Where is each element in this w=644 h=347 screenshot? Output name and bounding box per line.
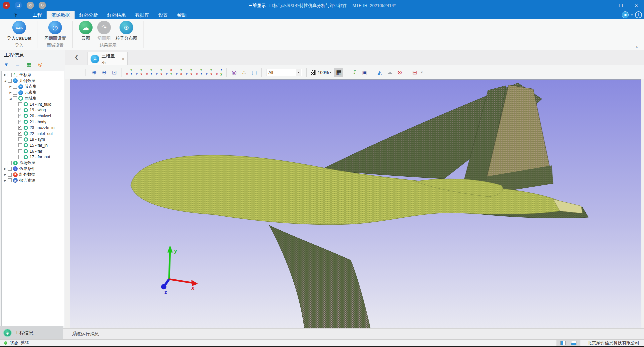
- locate-icon[interactable]: ◎: [37, 61, 44, 68]
- particle-trace-icon[interactable]: ∴: [240, 69, 248, 76]
- tree-row[interactable]: ▶✱红外数据: [2, 172, 64, 178]
- view-right-icon[interactable]: Yzx: [156, 69, 163, 76]
- menu-item-红外结果[interactable]: 红外结果: [103, 11, 131, 19]
- menu-item-流场数据[interactable]: 流场数据: [47, 11, 75, 19]
- ribbon-collapse-icon[interactable]: ∧: [636, 45, 638, 49]
- pause-icon[interactable]: ‖: [635, 11, 642, 18]
- tree-row[interactable]: ◢△几何数据: [2, 78, 64, 84]
- window-split-icon[interactable]: ▣: [622, 11, 629, 18]
- zoom-in-icon[interactable]: ⊕: [90, 69, 99, 76]
- tree-checkbox[interactable]: [18, 108, 22, 112]
- display-filter-select[interactable]: All▼: [266, 69, 302, 76]
- tree-checkbox[interactable]: [8, 173, 12, 177]
- expander-icon[interactable]: ◢: [8, 97, 13, 100]
- expander-icon[interactable]: ▶: [3, 173, 7, 176]
- tree-row[interactable]: 14 - int_fluid: [2, 101, 64, 107]
- outline-icon[interactable]: ≣: [14, 61, 21, 68]
- tab-scroll-left-icon[interactable]: ❮: [75, 54, 79, 60]
- particle-distribution-button[interactable]: ⊛粒子分布图: [116, 21, 137, 43]
- filter-icon[interactable]: ▼: [3, 61, 10, 68]
- tab-close-icon[interactable]: ×: [122, 56, 125, 62]
- view-iso1-icon[interactable]: Yzx: [185, 69, 193, 76]
- dropdown-caret-icon[interactable]: ▾: [631, 13, 633, 17]
- clear-icon[interactable]: ⊗: [395, 69, 404, 76]
- tree-checkbox[interactable]: [13, 96, 17, 100]
- tree-checkbox[interactable]: [18, 102, 22, 106]
- zoom-level-control[interactable]: 100%▾: [311, 70, 331, 75]
- tree-row[interactable]: 17 - far_out: [2, 154, 64, 160]
- camera-icon[interactable]: ◎: [230, 69, 238, 76]
- tree-row[interactable]: 19 - wing: [2, 107, 64, 113]
- mirror-icon[interactable]: ◭: [375, 69, 384, 76]
- menu-item-设置[interactable]: 设置: [154, 11, 172, 19]
- expander-icon[interactable]: ▶: [3, 179, 7, 182]
- minimize-button[interactable]: —: [598, 0, 613, 11]
- zoom-out-icon[interactable]: ⊖: [100, 69, 109, 76]
- zoom-caret-icon[interactable]: ▾: [330, 71, 331, 74]
- expander-icon[interactable]: ▶: [3, 73, 7, 76]
- view-left-icon[interactable]: Yxz: [146, 69, 153, 76]
- tree-row[interactable]: 23 - nozzle_in: [2, 125, 64, 131]
- tree-checkbox[interactable]: [18, 126, 22, 130]
- tree-row[interactable]: ▶▣报告资源: [2, 178, 64, 184]
- expander-icon[interactable]: ▶: [8, 91, 13, 94]
- close-button[interactable]: ✕: [629, 0, 644, 11]
- expander-icon[interactable]: ▶: [8, 85, 13, 88]
- tree-row[interactable]: ▶◌元素集: [2, 90, 64, 96]
- menu-item-红外分析[interactable]: 红外分析: [75, 11, 103, 19]
- slice-map-button[interactable]: ↷切面图: [97, 21, 111, 43]
- 3d-scene[interactable]: y x z: [70, 80, 641, 328]
- mesh-toggle-button[interactable]: ▦: [334, 68, 343, 77]
- surface-icon[interactable]: ☁: [385, 69, 394, 76]
- layout-left-panel-icon[interactable]: [560, 341, 566, 345]
- tree-checkbox[interactable]: [18, 155, 22, 159]
- view-iso4-icon[interactable]: zxy: [215, 69, 223, 76]
- tree-checkbox[interactable]: [8, 167, 12, 171]
- dropdown-caret-icon[interactable]: ∨: [421, 71, 423, 74]
- panel-bottom-tab[interactable]: ◈ 工程信息: [0, 326, 63, 339]
- periodic-face-button[interactable]: ◷周期面设置: [44, 21, 66, 43]
- tree-checkbox[interactable]: [8, 79, 12, 83]
- tree-checkbox[interactable]: [18, 114, 22, 118]
- tree-row[interactable]: 21 - body: [2, 119, 64, 125]
- view-top-icon[interactable]: XzY: [165, 69, 173, 76]
- tree-checkbox[interactable]: [8, 178, 12, 182]
- combo-dropdown-icon[interactable]: ▼: [296, 69, 301, 76]
- tree-row[interactable]: <流场数据: [2, 160, 64, 166]
- restore-button[interactable]: ❐: [613, 0, 629, 11]
- tree-checkbox[interactable]: [18, 149, 22, 153]
- zoom-fit-icon[interactable]: ⊡: [110, 69, 119, 76]
- tree-row[interactable]: ▶yzx坐标系: [2, 72, 64, 78]
- tree-checkbox[interactable]: [18, 120, 22, 124]
- tree-row[interactable]: 16 - far: [2, 148, 64, 154]
- expander-icon[interactable]: ▶: [3, 167, 7, 170]
- view-back-icon[interactable]: Yzx: [136, 69, 143, 76]
- tree-row[interactable]: 15 - far_in: [2, 142, 64, 148]
- tree-row[interactable]: ◢面域集: [2, 95, 64, 101]
- tree-row[interactable]: ▶••节点集: [2, 84, 64, 90]
- tree-row[interactable]: ▶⇅边界条件: [2, 166, 64, 172]
- save-scene-icon[interactable]: ⊟: [410, 69, 419, 76]
- expander-icon[interactable]: ◢: [3, 79, 7, 82]
- menu-item-数据库[interactable]: 数据库: [131, 11, 154, 19]
- tree-checkbox[interactable]: [18, 137, 22, 141]
- view-iso2-icon[interactable]: Yxz: [195, 69, 203, 76]
- screenshot-icon[interactable]: ▣: [360, 69, 369, 76]
- tree-checkbox[interactable]: [8, 161, 12, 165]
- tree-checkbox[interactable]: [8, 73, 12, 77]
- layout-bottom-panel-icon[interactable]: [571, 341, 576, 345]
- tree-row[interactable]: 18 - sym: [2, 137, 64, 143]
- export-view-icon[interactable]: ⤴: [350, 69, 359, 76]
- tree-checkbox[interactable]: [18, 132, 22, 136]
- tab-3d-display[interactable]: 三维显示 ×: [88, 52, 128, 65]
- tree-row[interactable]: 20 - chuiwei: [2, 113, 64, 119]
- view-bottom-icon[interactable]: YzX: [175, 69, 183, 76]
- viewport-3d[interactable]: y x z: [70, 79, 641, 328]
- toolbar-drag-handle[interactable]: [84, 69, 86, 76]
- menu-item-帮助[interactable]: 帮助: [172, 11, 191, 19]
- tree-checkbox[interactable]: [13, 91, 17, 95]
- menu-item-工程[interactable]: 工程: [28, 11, 47, 19]
- group-view-icon[interactable]: ▦: [25, 61, 33, 68]
- tree-checkbox[interactable]: [18, 143, 22, 147]
- import-cas-dat-button[interactable]: cas导入Cas/Dat: [7, 21, 31, 43]
